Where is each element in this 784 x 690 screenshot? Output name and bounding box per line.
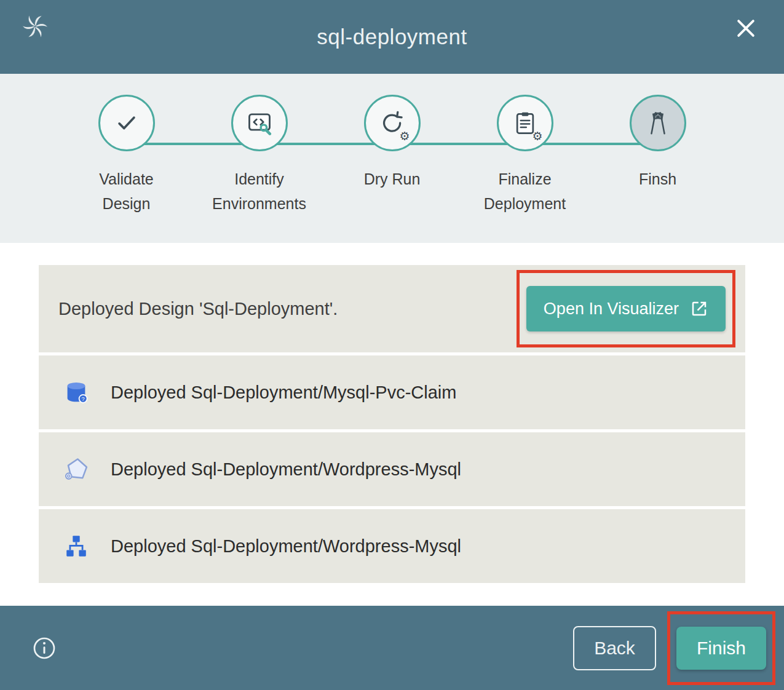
deployed-design-text: Deployed Design 'Sql-Deployment'. xyxy=(58,299,338,319)
dry-run-icon[interactable]: ⚙ xyxy=(364,95,421,151)
deployed-item-row: ? Deployed Sql-Deployment/Mysql-Pvc-Clai… xyxy=(39,355,745,429)
step-finalize-deployment: ⚙ Finalize Deployment xyxy=(459,95,592,216)
database-icon: ? xyxy=(61,378,91,407)
annotation-box-finish: Finish xyxy=(667,611,775,685)
gear-icon: ⚙ xyxy=(399,130,410,142)
step-label: Finsh xyxy=(639,167,676,192)
annotation-box-visualizer: Open In Visualizer xyxy=(517,270,735,347)
step-validate-design: Validate Design xyxy=(60,95,193,216)
modal-title: sql-deployment xyxy=(0,25,784,49)
step-label: Identify Environments xyxy=(212,167,306,216)
step-identify-environments: Identify Environments xyxy=(193,95,326,216)
svg-text:?: ? xyxy=(82,396,85,402)
finalize-clipboard-icon[interactable]: ⚙ xyxy=(497,95,553,151)
step-label: Validate Design xyxy=(99,167,154,216)
open-in-new-icon xyxy=(690,299,708,318)
deployed-item-text: Deployed Sql-Deployment/Wordpress-Mysql xyxy=(111,536,461,557)
deployed-item-row: Deployed Sql-Deployment/Wordpress-Mysql xyxy=(39,432,745,506)
deployed-item-row: Deployed Sql-Deployment/Wordpress-Mysql xyxy=(39,509,745,583)
deployment-stepper: Validate Design Identify Environ xyxy=(0,74,784,243)
step-dry-run: ⚙ Dry Run xyxy=(326,95,459,216)
deployed-item-text: Deployed Sql-Deployment/Wordpress-Mysql xyxy=(111,459,461,480)
deployment-wizard-modal: sql-deployment Validate Design xyxy=(0,0,784,690)
step-label: Dry Run xyxy=(364,167,421,192)
finish-button[interactable]: Finish xyxy=(676,627,766,670)
open-in-visualizer-button[interactable]: Open In Visualizer xyxy=(526,286,726,331)
check-icon[interactable] xyxy=(98,95,155,151)
deployed-design-row: Deployed Design 'Sql-Deployment'. Open I… xyxy=(39,265,745,352)
info-icon[interactable] xyxy=(31,635,58,662)
modal-header: sql-deployment xyxy=(0,0,784,74)
gear-icon: ⚙ xyxy=(532,130,542,142)
modal-footer: Back Finish xyxy=(0,606,784,690)
finish-flags-icon[interactable] xyxy=(630,95,686,151)
code-environment-icon[interactable] xyxy=(231,95,288,151)
close-icon[interactable] xyxy=(732,15,759,42)
deployment-results: Deployed Design 'Sql-Deployment'. Open I… xyxy=(0,243,784,583)
step-label: Finalize Deployment xyxy=(484,167,566,216)
deployed-item-text: Deployed Sql-Deployment/Mysql-Pvc-Claim xyxy=(111,383,456,403)
pentagon-icon xyxy=(61,454,91,484)
back-button[interactable]: Back xyxy=(573,626,656,670)
hierarchy-icon xyxy=(61,531,91,561)
step-finish: Finsh xyxy=(592,95,724,216)
